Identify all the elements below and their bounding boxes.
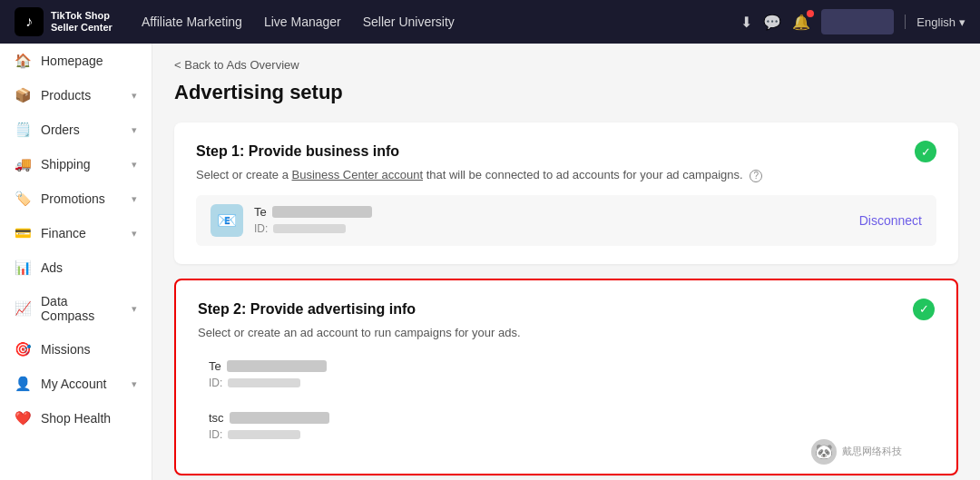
logo[interactable]: TikTok Shop Seller Center [15, 7, 113, 36]
sidebar: 🏠 Homepage 📦 Products ▾ 🗒️ Orders ▾ 🚚 Sh… [0, 44, 152, 480]
divider [905, 15, 906, 29]
step-1-account-row: 📧 Te ID: Disconnect [196, 195, 936, 246]
account-name-prefix: Te [254, 205, 267, 219]
step-1-header: Step 1: Provide business info ✓ [196, 141, 936, 162]
sidebar-item-promotions[interactable]: 🏷️ Promotions ▾ [0, 181, 152, 216]
chevron-down-icon: ▾ [132, 378, 137, 390]
step-2-title: Step 2: Provide advertising info [198, 301, 416, 318]
missions-icon: 🎯 [15, 341, 32, 358]
notification-badge [807, 10, 814, 17]
sidebar-item-my-account[interactable]: 👤 My Account ▾ [0, 367, 152, 401]
promotions-icon: 🏷️ [15, 191, 32, 207]
chevron-down-icon: ▾ [132, 228, 137, 240]
account-name-blurred [272, 206, 372, 218]
top-navigation: TikTok Shop Seller Center Affiliate Mark… [0, 0, 980, 44]
logo-text: TikTok Shop Seller Center [51, 10, 113, 34]
step-1-description: Select or create a Business Center accou… [196, 168, 936, 182]
sidebar-item-missions[interactable]: 🎯 Missions [0, 332, 152, 367]
ad-account-1-name-blurred [227, 360, 327, 372]
orders-icon: 🗒️ [15, 122, 32, 138]
watermark-text: 戴思网络科技 [842, 445, 902, 458]
sidebar-item-products[interactable]: 📦 Products ▾ [0, 78, 152, 113]
user-avatar[interactable] [821, 9, 894, 34]
page-title: Advertising setup [174, 81, 958, 104]
breadcrumb[interactable]: Back to Ads Overview [174, 58, 958, 72]
step-2-header: Step 2: Provide advertising info ✓ [198, 299, 935, 320]
sidebar-item-shop-health[interactable]: ❤️ Shop Health [0, 401, 152, 436]
watermark-icon: 🐼 [811, 439, 837, 465]
chevron-down-icon: ▾ [132, 159, 137, 171]
nav-live-manager[interactable]: Live Manager [264, 11, 341, 33]
shop-health-icon: ❤️ [15, 410, 32, 426]
sidebar-item-finance[interactable]: 💳 Finance ▾ [0, 216, 152, 250]
watermark: 🐼 戴思网络科技 [811, 439, 902, 465]
sidebar-item-orders[interactable]: 🗒️ Orders ▾ [0, 113, 152, 147]
ad-account-1-id-prefix: ID: [209, 377, 222, 389]
info-tooltip-icon[interactable]: ? [750, 170, 762, 182]
ad-account-1-prefix: Te [209, 359, 221, 373]
sidebar-item-shipping[interactable]: 🚚 Shipping ▾ [0, 147, 152, 181]
language-selector[interactable]: English ▾ [916, 15, 965, 29]
ad-account-1-id-blurred [228, 378, 300, 387]
sidebar-item-homepage[interactable]: 🏠 Homepage [0, 44, 152, 78]
account-info: Te ID: [254, 205, 848, 235]
nav-links: Affiliate Marketing Live Manager Seller … [142, 11, 711, 33]
ad-account-row-1: Te ID: [198, 352, 935, 397]
download-icon[interactable]: ⬇ [740, 14, 752, 31]
ad-account-2-name-blurred [230, 412, 329, 424]
account-id-blurred [273, 224, 346, 233]
ad-account-2-id-blurred [228, 430, 300, 439]
step-1-card: Step 1: Provide business info ✓ Select o… [174, 122, 958, 264]
step-1-title: Step 1: Provide business info [196, 143, 399, 160]
shipping-icon: 🚚 [15, 156, 32, 172]
finance-icon: 💳 [15, 225, 32, 241]
data-compass-icon: 📈 [15, 300, 32, 317]
nav-affiliate-marketing[interactable]: Affiliate Marketing [142, 11, 242, 33]
chevron-down-icon: ▾ [132, 90, 137, 102]
main-content: Back to Ads Overview Advertising setup S… [152, 44, 980, 480]
message-icon[interactable]: 💬 [763, 14, 781, 31]
step-2-complete-icon: ✓ [913, 299, 935, 320]
disconnect-button[interactable]: Disconnect [859, 213, 922, 228]
tiktok-logo-icon [15, 7, 44, 36]
nav-right-icons: ⬇ 💬 🔔 English ▾ [740, 9, 965, 34]
notification-icon[interactable]: 🔔 [792, 14, 810, 31]
chevron-down-icon: ▾ [132, 124, 137, 136]
ads-icon: 📊 [15, 260, 32, 276]
products-icon: 📦 [15, 87, 32, 103]
chevron-down-icon: ▾ [132, 193, 137, 205]
page-layout: 🏠 Homepage 📦 Products ▾ 🗒️ Orders ▾ 🚚 Sh… [0, 44, 980, 480]
chevron-down-icon: ▾ [132, 303, 137, 315]
ad-account-2-id-prefix: ID: [209, 428, 222, 441]
account-avatar: 📧 [211, 204, 243, 237]
step-2-description: Select or create an ad account to run ca… [198, 326, 935, 339]
home-icon: 🏠 [15, 53, 32, 69]
step-2-card: Step 2: Provide advertising info ✓ Selec… [174, 279, 958, 475]
sidebar-item-data-compass[interactable]: 📈 Data Compass ▾ [0, 285, 152, 332]
account-id-prefix: ID: [254, 222, 268, 235]
sidebar-item-ads[interactable]: 📊 Ads [0, 250, 152, 285]
my-account-icon: 👤 [15, 376, 32, 392]
nav-seller-university[interactable]: Seller University [363, 11, 455, 33]
step-1-complete-icon: ✓ [915, 141, 936, 162]
business-center-link[interactable]: Business Center account [292, 168, 424, 181]
ad-account-2-prefix: tsc [209, 411, 224, 425]
